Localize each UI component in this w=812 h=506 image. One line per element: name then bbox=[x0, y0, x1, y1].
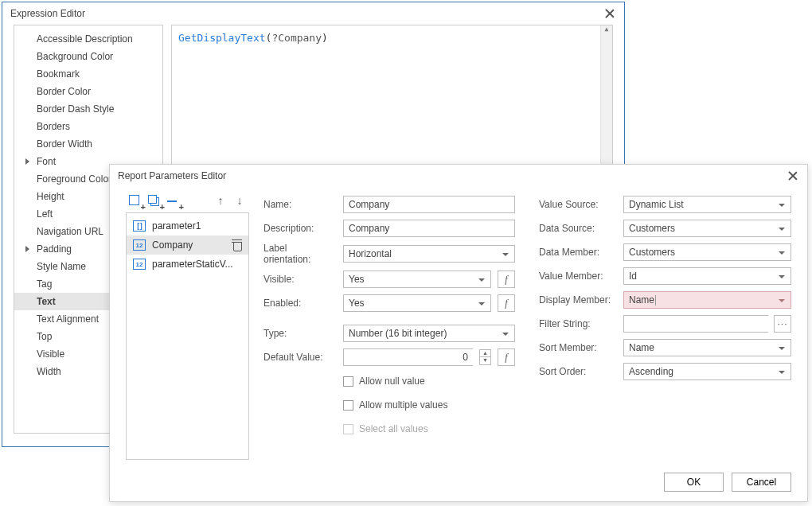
visible-label: Visible: bbox=[264, 274, 337, 285]
parameter-panel: ↑ ↓ parameter1CompanyparameterStaticV... bbox=[126, 195, 249, 460]
select-all-checkbox bbox=[343, 424, 353, 434]
type-select[interactable]: Number (16 bit integer) bbox=[343, 325, 515, 342]
type-label: Type: bbox=[264, 328, 337, 339]
spinner-up-icon[interactable]: ▲ bbox=[479, 349, 491, 357]
default-value-spinner[interactable]: ▲ ▼ bbox=[479, 349, 491, 365]
move-up-button[interactable]: ↑ bbox=[214, 195, 227, 208]
property-item[interactable]: Border Width bbox=[14, 135, 162, 153]
parameter-row[interactable]: parameterStaticV... bbox=[127, 255, 248, 274]
parameter-name: Company bbox=[152, 239, 193, 251]
form-column-left: Name: Description: Label orientation: Ho… bbox=[264, 195, 515, 460]
parameter-toolbar: ↑ ↓ bbox=[126, 195, 249, 212]
add-group-button[interactable] bbox=[148, 195, 161, 208]
property-item[interactable]: Accessible Description bbox=[14, 30, 162, 48]
default-value-label: Default Value: bbox=[264, 352, 337, 363]
allow-multiple-label: Allow multiple values bbox=[359, 399, 447, 411]
sort-member-label: Sort Member: bbox=[539, 342, 617, 353]
value-source-select[interactable]: Dynamic List bbox=[623, 196, 791, 213]
number-type-icon bbox=[133, 259, 146, 270]
value-source-label: Value Source: bbox=[539, 199, 617, 210]
property-item[interactable]: Background Color bbox=[14, 48, 162, 65]
parameter-name: parameter1 bbox=[152, 220, 201, 232]
sort-order-select[interactable]: Ascending bbox=[623, 363, 791, 380]
data-source-label: Data Source: bbox=[539, 223, 617, 234]
data-member-select[interactable]: Customers bbox=[623, 243, 791, 261]
parameter-icon bbox=[133, 220, 146, 232]
label-orientation-label: Label orientation: bbox=[264, 243, 337, 265]
number-type-icon bbox=[133, 239, 146, 251]
form-column-right: Value Source: Dynamic List Data Source: … bbox=[539, 195, 791, 460]
delete-icon[interactable] bbox=[232, 239, 242, 251]
visible-select[interactable]: Yes bbox=[343, 271, 491, 288]
dialog-footer: OK Cancel bbox=[664, 473, 791, 492]
expression-editor-titlebar: Expression Editor bbox=[2, 2, 624, 25]
spinner-down-icon[interactable]: ▼ bbox=[479, 357, 491, 365]
enabled-select[interactable]: Yes bbox=[343, 294, 491, 312]
visible-expression-button[interactable]: f bbox=[498, 271, 515, 288]
parameter-row[interactable]: parameter1 bbox=[127, 216, 248, 235]
label-orientation-select[interactable]: Horizontal bbox=[343, 245, 515, 263]
ok-button[interactable]: OK bbox=[664, 473, 724, 492]
allow-null-label: Allow null value bbox=[359, 376, 425, 387]
default-value-input[interactable] bbox=[343, 348, 473, 366]
add-parameter-button[interactable] bbox=[129, 195, 142, 208]
remove-parameter-button[interactable] bbox=[167, 195, 180, 208]
description-input[interactable] bbox=[343, 220, 515, 237]
sort-member-select[interactable]: Name bbox=[623, 339, 791, 356]
default-value-expression-button[interactable]: f bbox=[498, 348, 515, 366]
expression-editor-title: Expression Editor bbox=[10, 8, 85, 19]
allow-null-checkbox[interactable] bbox=[343, 376, 353, 387]
display-member-select[interactable]: Name bbox=[623, 291, 791, 309]
data-source-select[interactable]: Customers bbox=[623, 220, 791, 237]
report-parameters-titlebar: Report Parameters Editor bbox=[110, 165, 807, 187]
parameter-name: parameterStaticV... bbox=[152, 259, 233, 270]
close-icon[interactable] bbox=[787, 169, 799, 182]
report-parameters-body: ↑ ↓ parameter1CompanyparameterStaticV...… bbox=[110, 187, 807, 468]
data-member-label: Data Member: bbox=[539, 247, 617, 258]
parameter-row[interactable]: Company bbox=[127, 235, 248, 255]
filter-string-label: Filter String: bbox=[539, 318, 617, 329]
name-input[interactable] bbox=[343, 196, 515, 213]
property-item[interactable]: Bookmark bbox=[14, 65, 162, 83]
sort-order-label: Sort Order: bbox=[539, 366, 617, 377]
allow-multiple-checkbox[interactable] bbox=[343, 400, 353, 411]
name-label: Name: bbox=[264, 199, 337, 210]
value-member-select[interactable]: Id bbox=[623, 267, 791, 285]
parameter-list[interactable]: parameter1CompanyparameterStaticV... bbox=[126, 212, 249, 460]
parameter-form: Name: Description: Label orientation: Ho… bbox=[264, 195, 791, 460]
property-item[interactable]: Border Dash Style bbox=[14, 100, 162, 118]
report-parameters-title: Report Parameters Editor bbox=[118, 170, 226, 181]
filter-string-input[interactable] bbox=[623, 315, 768, 333]
enabled-label: Enabled: bbox=[264, 298, 337, 309]
report-parameters-window: Report Parameters Editor ↑ ↓ parameter1C… bbox=[109, 164, 808, 502]
filter-string-ellipsis-button[interactable]: ··· bbox=[774, 315, 791, 333]
cancel-button[interactable]: Cancel bbox=[732, 473, 791, 492]
description-label: Description: bbox=[264, 223, 337, 234]
expression-argument: ?Company bbox=[271, 32, 322, 44]
enabled-expression-button[interactable]: f bbox=[498, 294, 515, 312]
property-item[interactable]: Borders bbox=[14, 118, 162, 135]
property-item[interactable]: Border Color bbox=[14, 83, 162, 100]
move-down-button[interactable]: ↓ bbox=[233, 195, 246, 208]
select-all-label: Select all values bbox=[359, 423, 428, 434]
value-member-label: Value Member: bbox=[539, 271, 617, 282]
display-member-label: Display Member: bbox=[539, 294, 617, 306]
close-icon[interactable] bbox=[603, 7, 616, 20]
expression-function: GetDisplayText bbox=[178, 32, 266, 44]
